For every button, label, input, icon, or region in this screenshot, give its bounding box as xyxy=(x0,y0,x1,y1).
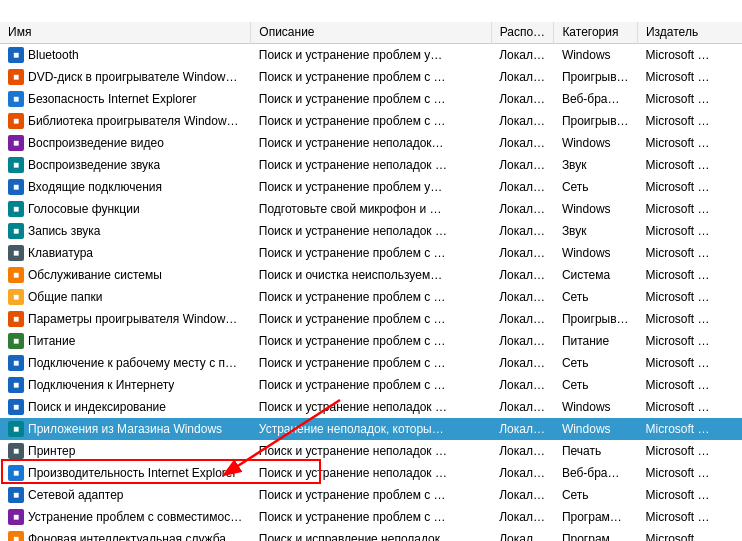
cell-name: ■Приложения из Магазина Windows xyxy=(0,418,251,440)
cell-cat: Windows xyxy=(554,198,638,220)
cell-pub: Microsoft … xyxy=(637,242,742,264)
icon-bluetooth: ■ xyxy=(8,47,24,63)
cell-cat: Система xyxy=(554,264,638,286)
item-name-text: Сетевой адаптер xyxy=(28,488,123,502)
table-row[interactable]: ■Воспроизведение звукаПоиск и устранение… xyxy=(0,154,742,176)
item-name-text: Обслуживание системы xyxy=(28,268,162,282)
cell-distr: Локал… xyxy=(491,528,554,542)
cell-distr: Локал… xyxy=(491,506,554,528)
item-name-text: Воспроизведение видео xyxy=(28,136,164,150)
table-row[interactable]: ■Производительность Internet ExplorerПои… xyxy=(0,462,742,484)
cell-cat: Звук xyxy=(554,154,638,176)
col-header-pub[interactable]: Издатель xyxy=(637,22,742,44)
icon-printer: ■ xyxy=(8,443,24,459)
cell-desc: Поиск и исправление неполадок … xyxy=(251,528,491,542)
table-row[interactable]: ■Подключение к рабочему месту с помощью … xyxy=(0,352,742,374)
table-row[interactable]: ■Параметры проигрывателя Windows MediaПо… xyxy=(0,308,742,330)
cell-name: ■Обслуживание системы xyxy=(0,264,251,286)
table-row[interactable]: ■Библиотека проигрывателя Windows MediaП… xyxy=(0,110,742,132)
table-row[interactable]: ■DVD-диск в проигрывателе Windows MediaП… xyxy=(0,66,742,88)
table-row[interactable]: ■BluetoothПоиск и устранение проблем у…Л… xyxy=(0,44,742,66)
cell-distr: Локал… xyxy=(491,352,554,374)
cell-desc: Подготовьте свой микрофон и … xyxy=(251,198,491,220)
cell-pub: Microsoft … xyxy=(637,88,742,110)
cell-name: ■Запись звука xyxy=(0,220,251,242)
item-name-text: Подключения к Интернету xyxy=(28,378,174,392)
cell-name: ■Входящие подключения xyxy=(0,176,251,198)
cell-name: ■Библиотека проигрывателя Windows Media xyxy=(0,110,251,132)
cell-desc: Поиск и устранение неполадок … xyxy=(251,220,491,242)
cell-distr: Локал… xyxy=(491,308,554,330)
col-header-desc[interactable]: Описание xyxy=(251,22,491,44)
col-header-name[interactable]: Имя xyxy=(0,22,251,44)
cell-desc: Поиск и очистка неиспользуем… xyxy=(251,264,491,286)
cell-desc: Поиск и устранение неполадок… xyxy=(251,132,491,154)
icon-ie: ■ xyxy=(8,91,24,107)
table-row[interactable]: ■Безопасность Internet ExplorerПоиск и у… xyxy=(0,88,742,110)
cell-distr: Локал… xyxy=(491,374,554,396)
table-row[interactable]: ■Обслуживание системыПоиск и очистка неи… xyxy=(0,264,742,286)
item-name-text: Общие папки xyxy=(28,290,102,304)
cell-desc: Поиск и устранение проблем с … xyxy=(251,66,491,88)
table-row[interactable]: ■Сетевой адаптерПоиск и устранение пробл… xyxy=(0,484,742,506)
cell-cat: Сеть xyxy=(554,286,638,308)
col-header-distr[interactable]: Распо… xyxy=(491,22,554,44)
icon-keyboard: ■ xyxy=(8,245,24,261)
table-row[interactable]: ■Входящие подключенияПоиск и устранение … xyxy=(0,176,742,198)
cell-desc: Поиск и устранение неполадок … xyxy=(251,440,491,462)
icon-inet: ■ xyxy=(8,377,24,393)
table-row[interactable]: ■Приложения из Магазина WindowsУстранени… xyxy=(0,418,742,440)
item-name-text: Воспроизведение звука xyxy=(28,158,160,172)
item-name-text: Поиск и индексирование xyxy=(28,400,166,414)
cell-cat: Програм… xyxy=(554,506,638,528)
cell-cat: Windows xyxy=(554,418,638,440)
cell-name: ■Сетевой адаптер xyxy=(0,484,251,506)
icon-system: ■ xyxy=(8,267,24,283)
table-row[interactable]: ■ПитаниеПоиск и устранение проблем с …Ло… xyxy=(0,330,742,352)
cell-distr: Локал… xyxy=(491,88,554,110)
cell-pub: Microsoft … xyxy=(637,132,742,154)
icon-ieperf: ■ xyxy=(8,465,24,481)
icon-sound: ■ xyxy=(8,157,24,173)
table-row[interactable]: ■Воспроизведение видеоПоиск и устранение… xyxy=(0,132,742,154)
cell-cat: Проигрыв… xyxy=(554,66,638,88)
cell-cat: Програм… xyxy=(554,528,638,542)
table-row[interactable]: ■КлавиатураПоиск и устранение проблем с … xyxy=(0,242,742,264)
main-window: Имя Описание Распо… Категория Издатель ■… xyxy=(0,0,742,541)
table-row[interactable]: ■Общие папкиПоиск и устранение проблем с… xyxy=(0,286,742,308)
cell-distr: Локал… xyxy=(491,242,554,264)
item-name-text: Приложения из Магазина Windows xyxy=(28,422,222,436)
table-row[interactable]: ■Голосовые функцииПодготовьте свой микро… xyxy=(0,198,742,220)
cell-pub: Microsoft … xyxy=(637,506,742,528)
cell-desc: Поиск и устранение неполадок … xyxy=(251,396,491,418)
cell-desc: Поиск и устранение неполадок … xyxy=(251,462,491,484)
item-name-text: Библиотека проигрывателя Windows Media xyxy=(28,114,243,128)
cell-pub: Microsoft … xyxy=(637,440,742,462)
icon-power: ■ xyxy=(8,333,24,349)
item-name-text: Устранение проблем с совместимостью xyxy=(28,510,243,524)
cell-cat: Windows xyxy=(554,396,638,418)
cell-name: ■Принтер xyxy=(0,440,251,462)
cell-cat: Проигрыв… xyxy=(554,308,638,330)
icon-rdp: ■ xyxy=(8,355,24,371)
cell-name: ■Воспроизведение звука xyxy=(0,154,251,176)
cell-pub: Microsoft … xyxy=(637,418,742,440)
table-row[interactable]: ■Поиск и индексированиеПоиск и устранени… xyxy=(0,396,742,418)
cell-pub: Microsoft … xyxy=(637,462,742,484)
item-name-text: Фоновая интеллектуальная служба передачи… xyxy=(28,532,243,542)
item-name-text: Клавиатура xyxy=(28,246,93,260)
table-row[interactable]: ■Подключения к ИнтернетуПоиск и устранен… xyxy=(0,374,742,396)
window-title xyxy=(0,10,742,22)
cell-pub: Microsoft … xyxy=(637,286,742,308)
table-row[interactable]: ■Устранение проблем с совместимостьюПоис… xyxy=(0,506,742,528)
cell-name: ■Производительность Internet Explorer xyxy=(0,462,251,484)
cell-name: ■Безопасность Internet Explorer xyxy=(0,88,251,110)
item-name-text: Запись звука xyxy=(28,224,101,238)
table-row[interactable]: ■Фоновая интеллектуальная служба передач… xyxy=(0,528,742,542)
table-row[interactable]: ■ПринтерПоиск и устранение неполадок …Ло… xyxy=(0,440,742,462)
cell-distr: Локал… xyxy=(491,418,554,440)
cell-cat: Питание xyxy=(554,330,638,352)
col-header-cat[interactable]: Категория xyxy=(554,22,638,44)
table-row[interactable]: ■Запись звукаПоиск и устранение неполадо… xyxy=(0,220,742,242)
cell-distr: Локал… xyxy=(491,484,554,506)
